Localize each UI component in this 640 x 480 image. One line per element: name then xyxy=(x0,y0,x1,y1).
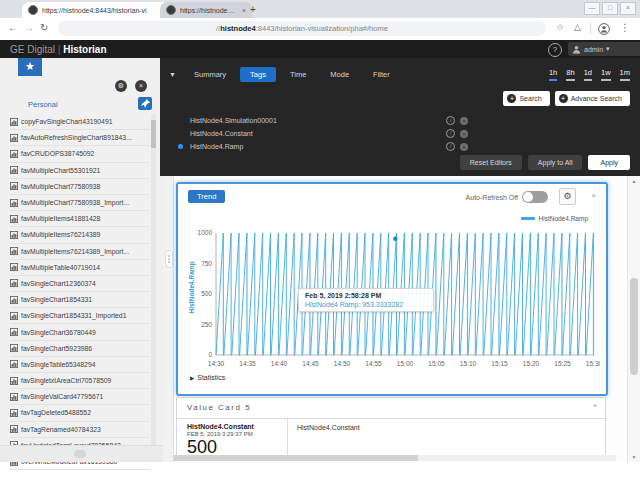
advance-search-button[interactable]: + Advance Search xyxy=(555,91,630,106)
config-tab-summary[interactable]: Summary xyxy=(184,67,236,82)
sidebar-close-icon[interactable]: × xyxy=(135,80,147,92)
favorite-chart-icon xyxy=(10,182,18,190)
range-1w[interactable]: 1w xyxy=(601,68,611,81)
range-8h[interactable]: 8h xyxy=(566,68,574,81)
config-tab-mode[interactable]: Mode xyxy=(320,67,359,82)
tag-info-icon[interactable]: i xyxy=(446,142,455,151)
favorite-item[interactable]: favMultipleTable40719014 xyxy=(10,260,150,276)
address-bar[interactable]: //histnode4:8443/historian-visualization… xyxy=(58,21,546,36)
favorite-item-label: favSingletxtAreaCtrl70578509 xyxy=(21,377,111,384)
sidebar-splitter[interactable] xyxy=(163,176,174,462)
toolbar-divider xyxy=(590,22,591,34)
favorites-star-tab[interactable]: ★ xyxy=(18,58,42,76)
scroll-down-icon[interactable]: ▼ xyxy=(630,454,638,460)
browser-tab-1[interactable]: https://histnode4:8443/historian-vi × xyxy=(22,2,170,18)
config-tab-tags[interactable]: Tags xyxy=(240,67,276,82)
favorite-item[interactable]: favSingleValCard47795671 xyxy=(10,389,150,405)
favorite-item[interactable]: favSingleTable65348294 xyxy=(10,357,150,373)
range-1d[interactable]: 1d xyxy=(584,68,592,81)
window-restore-icon[interactable]: □ xyxy=(602,2,618,15)
favorite-item[interactable]: favSingleChart1854331 xyxy=(10,292,150,308)
favorite-item[interactable]: favSingleChart36780449 xyxy=(10,324,150,340)
forward-icon[interactable]: → xyxy=(24,22,34,33)
tag-info-icon[interactable]: i xyxy=(446,129,455,138)
scroll-up-icon[interactable]: ▲ xyxy=(630,178,638,184)
config-tab-filter[interactable]: Filter xyxy=(363,67,400,82)
trend-chip: Trend xyxy=(188,190,225,203)
trend-close-icon[interactable]: × xyxy=(591,191,596,200)
browser-menu-icon[interactable]: ⋮ xyxy=(620,22,630,33)
favorite-item-label: favMultipleItems41881428 xyxy=(21,215,100,222)
tag-remove-icon[interactable]: × xyxy=(460,117,468,125)
horizontal-scrollbar-thumb[interactable] xyxy=(174,455,418,461)
tag-remove-icon[interactable]: × xyxy=(460,130,468,138)
sidebar-settings-icon[interactable]: ⚙ xyxy=(115,80,127,92)
browser-tab-strip: https://histnode4:8443/historian-vi × ht… xyxy=(0,0,640,18)
tooltip-timestamp: Feb 5, 2019 2:58:28 PM xyxy=(305,292,427,299)
favorites-scrollbar-thumb[interactable] xyxy=(151,120,156,148)
apply-to-all-button[interactable]: Apply to All xyxy=(528,155,583,170)
auto-refresh-toggle[interactable] xyxy=(522,191,548,203)
back-icon[interactable]: ← xyxy=(8,22,18,33)
sidebar-collapse-handle[interactable] xyxy=(74,450,86,458)
svg-text:15:15: 15:15 xyxy=(491,360,508,367)
divider xyxy=(287,419,288,456)
favorite-item[interactable]: favCRUDOPS38745092 xyxy=(10,146,150,162)
trend-settings-icon[interactable]: ⚙ xyxy=(559,188,576,205)
splitter-handle-icon[interactable] xyxy=(165,250,173,268)
main-scrollbar-thumb[interactable] xyxy=(630,278,638,375)
reset-editors-button[interactable]: Reset Editors xyxy=(460,155,522,170)
browser-tab-2[interactable]: https://histnode4:8443/historian-vi × xyxy=(160,2,252,18)
value-card-close-icon[interactable]: × xyxy=(593,402,597,409)
favorite-item[interactable]: favMultipleChart55301921 xyxy=(10,163,150,179)
favorite-item[interactable]: favMultipleItems41881428 xyxy=(10,211,150,227)
window-close-icon[interactable]: × xyxy=(620,2,636,15)
tag-row[interactable]: HistNode4.Rampi× xyxy=(178,140,628,153)
favorite-item[interactable]: favTagRenamed40784323 xyxy=(10,422,150,438)
panel-collapse-icon[interactable]: ▼ xyxy=(169,71,176,78)
user-menu-button[interactable]: admin ▾ xyxy=(568,42,640,56)
favorite-item-label: favMultipleItems76214389 xyxy=(21,231,100,238)
range-1m[interactable]: 1m xyxy=(620,68,630,81)
config-tab-time[interactable]: Time xyxy=(280,67,316,82)
favorite-item[interactable]: favAutoRefreshSingleChart891843... xyxy=(10,130,150,146)
range-1h[interactable]: 1h xyxy=(549,68,557,81)
favorite-item[interactable]: favMultipleChart77580938_Import... xyxy=(10,195,150,211)
tab-personal[interactable]: Personal xyxy=(28,100,58,109)
favorite-item-label: favSingleTable65348294 xyxy=(21,361,95,368)
favorite-item[interactable]: copyFavSingleChart43190491 xyxy=(10,114,150,130)
favorite-item[interactable]: favMultipleItems76214389_Import... xyxy=(10,244,150,260)
horizontal-scrollbar[interactable] xyxy=(174,455,616,461)
value-card[interactable]: Value Card 5 × HistNode4.Constant FEB 5,… xyxy=(176,397,606,457)
statistics-expander[interactable]: ▶ Statistics xyxy=(190,374,225,381)
extension-icon[interactable]: △ xyxy=(574,22,581,32)
new-tab-button[interactable]: + xyxy=(246,3,260,17)
app-header: GE Digital | Historian xyxy=(0,40,640,58)
statistics-label: Statistics xyxy=(197,374,225,381)
favorite-item[interactable]: favSingleChart12360374 xyxy=(10,276,150,292)
favorite-item[interactable]: favSingleChart1854331_Imported1 xyxy=(10,308,150,324)
favorite-item[interactable]: favMultipleItems76214389 xyxy=(10,227,150,243)
brand-separator: | xyxy=(58,44,61,55)
favorite-chart-icon xyxy=(10,393,18,401)
tag-info-icon[interactable]: i xyxy=(446,116,455,125)
favorites-scrollbar[interactable] xyxy=(151,114,156,458)
search-button[interactable]: + Search xyxy=(503,91,549,106)
tag-row[interactable]: HistNode4.Simulation00001i× xyxy=(178,114,628,127)
window-minimize-icon[interactable]: — xyxy=(584,2,600,15)
apply-button[interactable]: Apply xyxy=(588,155,630,170)
pin-button[interactable] xyxy=(138,97,152,110)
tag-remove-icon[interactable]: × xyxy=(460,143,468,151)
favorite-item[interactable]: favSingleChart5923986 xyxy=(10,341,150,357)
trend-card[interactable]: Trend Auto-Refresh Off ⚙ × HistNode4.Ram… xyxy=(176,182,608,396)
reload-icon[interactable]: ↻ xyxy=(40,22,48,33)
bookmark-star-icon[interactable]: ☆ xyxy=(556,22,564,32)
help-icon[interactable]: ? xyxy=(548,43,562,57)
favorite-item[interactable]: favSingletxtAreaCtrl70578509 xyxy=(10,373,150,389)
favorite-item[interactable]: favMultipleChart77580938 xyxy=(10,179,150,195)
favorite-chart-icon xyxy=(10,247,18,255)
tag-row[interactable]: HistNode4.Constanti× xyxy=(178,127,628,140)
favorite-item-label: favAutoRefreshSingleChart891843... xyxy=(21,134,132,141)
profile-icon[interactable] xyxy=(598,21,610,39)
favorite-item[interactable]: favTagDeleted5488552 xyxy=(10,405,150,421)
